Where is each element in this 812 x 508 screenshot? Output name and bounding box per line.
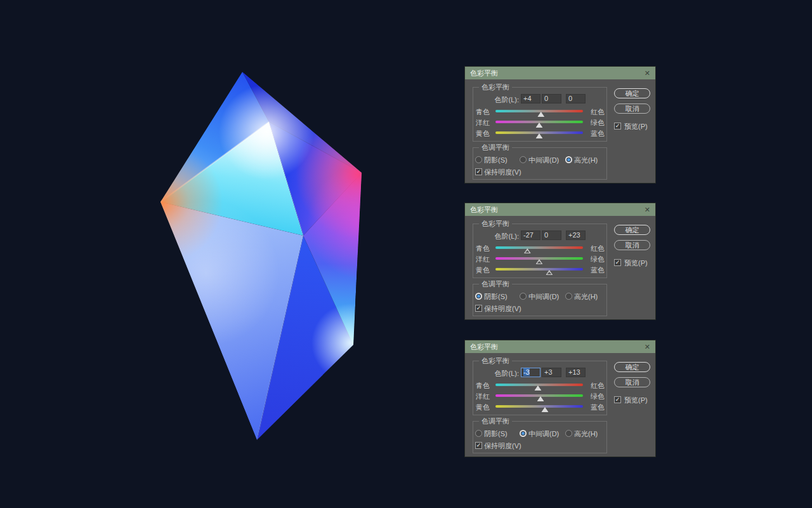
green-label: 绿色 <box>591 118 605 128</box>
levels-input-2[interactable]: 0 <box>542 94 561 104</box>
slider-thumb[interactable] <box>536 123 543 128</box>
preserve-luminosity-checkbox[interactable]: ✓ <box>475 305 482 312</box>
slider-thumb[interactable] <box>534 385 541 391</box>
levels-input-1[interactable]: -27 <box>521 231 540 240</box>
ok-button[interactable]: 确定 <box>614 362 650 372</box>
slider-thumb[interactable] <box>537 396 544 401</box>
close-icon[interactable]: ✕ <box>645 206 650 214</box>
dialog-titlebar[interactable]: 色彩平衡 ✕ <box>465 203 655 216</box>
radio-midtones-label: 中间调(D) <box>528 429 559 439</box>
group-label: 色彩平衡 <box>479 83 512 91</box>
blue-label: 蓝色 <box>591 265 605 275</box>
yellow-label: 黄色 <box>476 129 490 138</box>
group-label: 色彩平衡 <box>479 220 512 228</box>
magenta-green-slider[interactable] <box>495 257 583 260</box>
levels-input-3[interactable]: +23 <box>566 231 586 240</box>
radio-midtones[interactable] <box>520 430 527 437</box>
group-label: 色调平衡 <box>479 417 512 425</box>
cyan-red-slider[interactable] <box>495 246 583 249</box>
radio-shadows-label: 阴影(S) <box>484 292 508 302</box>
close-icon[interactable]: ✕ <box>645 343 650 351</box>
cyan-label: 青色 <box>476 107 490 117</box>
preview-label: 预览(P) <box>624 122 648 131</box>
magenta-green-slider[interactable] <box>495 121 583 123</box>
preserve-luminosity-label: 保持明度(V) <box>484 441 521 451</box>
radio-shadows[interactable] <box>475 293 482 300</box>
cyan-label: 青色 <box>476 244 490 253</box>
tone-balance-group: 色调平衡 阴影(S) 中间调(D) 高光(H) ✓ 保持明度(V) <box>473 147 607 180</box>
levels-input-1[interactable]: -3 <box>521 368 540 377</box>
slider-thumb[interactable] <box>546 270 553 275</box>
radio-shadows-label: 阴影(S) <box>484 156 508 165</box>
radio-midtones[interactable] <box>520 156 527 163</box>
tone-balance-group: 色调平衡 阴影(S) 中间调(D) 高光(H) ✓ 保持明度(V) <box>473 421 607 453</box>
cancel-button[interactable]: 取消 <box>614 240 650 250</box>
color-balance-group: 色彩平衡 色阶(L): -3 +3 +13 青色 红色 洋红 <box>473 361 607 415</box>
radio-shadows[interactable] <box>475 430 482 437</box>
yellow-label: 黄色 <box>476 265 490 275</box>
radio-highlights[interactable] <box>565 156 572 163</box>
levels-label: 色阶(L): <box>486 369 519 378</box>
radio-highlights-label: 高光(H) <box>574 156 598 165</box>
slider-thumb[interactable] <box>524 248 531 253</box>
color-balance-dialog-2: 色彩平衡 ✕ 色彩平衡 色阶(L): -27 0 +23 青色 红色 洋红 <box>465 203 655 319</box>
preview-checkbox[interactable]: ✓ <box>614 396 621 403</box>
slider-thumb[interactable] <box>536 133 543 138</box>
dialog-title: 色彩平衡 <box>470 342 498 352</box>
green-label: 绿色 <box>591 392 605 401</box>
color-balance-dialog-3: 色彩平衡 ✕ 色彩平衡 色阶(L): -3 +3 +13 青色 红色 洋红 <box>465 340 655 457</box>
blue-label: 蓝色 <box>591 403 605 412</box>
crystal-gem-illustration <box>0 0 406 508</box>
red-label: 红色 <box>591 244 605 253</box>
blue-label: 蓝色 <box>591 129 605 138</box>
ok-button[interactable]: 确定 <box>614 225 650 235</box>
preview-checkbox[interactable]: ✓ <box>614 123 621 130</box>
levels-label: 色阶(L): <box>486 232 519 241</box>
tone-balance-group: 色调平衡 阴影(S) 中间调(D) 高光(H) ✓ 保持明度(V) <box>473 284 607 316</box>
yellow-blue-slider[interactable] <box>495 405 583 408</box>
levels-label: 色阶(L): <box>486 95 519 105</box>
levels-input-1[interactable]: +4 <box>521 94 540 104</box>
red-label: 红色 <box>591 381 605 391</box>
magenta-green-slider[interactable] <box>495 394 583 397</box>
preview-label: 预览(P) <box>624 396 648 405</box>
yellow-blue-slider[interactable] <box>495 268 583 271</box>
levels-input-3[interactable]: +13 <box>566 368 586 377</box>
levels-input-3[interactable]: 0 <box>566 94 586 104</box>
cancel-button[interactable]: 取消 <box>614 104 650 114</box>
slider-thumb[interactable] <box>537 112 544 117</box>
red-label: 红色 <box>591 107 605 117</box>
cyan-red-slider[interactable] <box>495 110 583 112</box>
cyan-label: 青色 <box>476 381 490 391</box>
dialog-title: 色彩平衡 <box>470 205 498 215</box>
radio-shadows[interactable] <box>475 156 482 163</box>
ok-button[interactable]: 确定 <box>614 88 650 98</box>
radio-midtones-label: 中间调(D) <box>528 156 559 165</box>
slider-thumb[interactable] <box>536 259 543 264</box>
radio-midtones[interactable] <box>520 293 527 300</box>
levels-input-2[interactable]: +3 <box>542 368 561 377</box>
cancel-button[interactable]: 取消 <box>614 377 650 387</box>
cyan-red-slider[interactable] <box>495 384 583 386</box>
color-balance-group: 色彩平衡 色阶(L): -27 0 +23 青色 红色 洋红 <box>473 224 607 278</box>
preserve-luminosity-label: 保持明度(V) <box>484 304 521 314</box>
green-label: 绿色 <box>591 255 605 264</box>
dialog-titlebar[interactable]: 色彩平衡 ✕ <box>465 340 655 353</box>
preserve-luminosity-checkbox[interactable]: ✓ <box>475 442 482 449</box>
radio-highlights[interactable] <box>565 430 572 437</box>
dialog-title: 色彩平衡 <box>470 69 498 78</box>
yellow-blue-slider[interactable] <box>495 131 583 134</box>
preview-checkbox[interactable]: ✓ <box>614 259 621 266</box>
dialog-titlebar[interactable]: 色彩平衡 ✕ <box>465 67 655 79</box>
close-icon[interactable]: ✕ <box>645 69 650 77</box>
radio-highlights-label: 高光(H) <box>574 292 598 302</box>
radio-highlights[interactable] <box>565 293 572 300</box>
preserve-luminosity-checkbox[interactable]: ✓ <box>475 168 482 175</box>
canvas-background: 色彩平衡 ✕ 色彩平衡 色阶(L): +4 0 0 青色 红色 洋红 <box>0 0 812 508</box>
slider-thumb[interactable] <box>541 407 548 412</box>
levels-input-2[interactable]: 0 <box>542 231 561 240</box>
group-label: 色彩平衡 <box>479 357 512 365</box>
color-balance-dialog-1: 色彩平衡 ✕ 色彩平衡 色阶(L): +4 0 0 青色 红色 洋红 <box>465 67 655 183</box>
magenta-label: 洋红 <box>476 255 490 264</box>
magenta-label: 洋红 <box>476 392 490 401</box>
